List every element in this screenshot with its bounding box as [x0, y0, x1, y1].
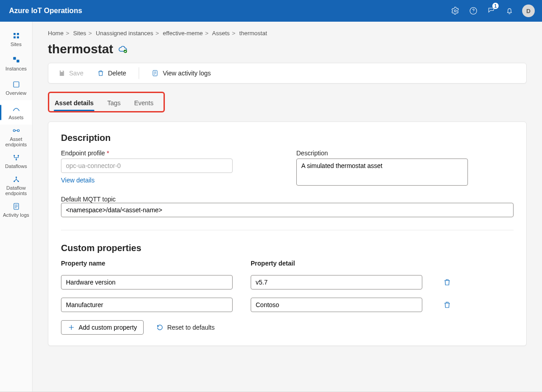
tabs-highlight-box: Asset details Tags Events: [48, 92, 165, 112]
property-name-input[interactable]: [61, 298, 233, 312]
nav-activity-logs[interactable]: Activity logs: [0, 198, 32, 222]
nav-dataflow-endpoints[interactable]: Dataflow endpoints: [0, 173, 32, 198]
trash-icon: [97, 70, 104, 77]
property-detail-input[interactable]: [251, 298, 422, 312]
svg-point-8: [14, 155, 15, 156]
crumb-sites[interactable]: Sites: [73, 30, 86, 37]
reset-to-defaults-button[interactable]: Reset to defaults: [154, 323, 217, 331]
nav-asset-endpoints[interactable]: Asset endpoints: [0, 125, 32, 149]
reset-icon: [156, 324, 164, 331]
add-custom-property-button[interactable]: Add custom property: [61, 320, 144, 335]
svg-point-2: [473, 12, 474, 13]
endpoint-profile-input: [61, 159, 233, 173]
property-detail-header: Property detail: [251, 260, 422, 267]
crumb-unassigned[interactable]: Unassigned instances: [96, 30, 153, 37]
nav-overview[interactable]: Overview: [0, 76, 32, 100]
crumb-assets[interactable]: Assets: [212, 30, 230, 37]
description-label: Description: [296, 149, 514, 157]
save-button: Save: [57, 67, 84, 79]
left-nav: Sites Instances Overview Assets Asset en…: [0, 22, 33, 392]
tab-asset-details[interactable]: Asset details: [54, 97, 94, 111]
nav-sites[interactable]: Sites: [0, 27, 32, 51]
feedback-badge: 1: [492, 3, 499, 9]
tab-tags[interactable]: Tags: [106, 97, 121, 111]
plus-icon: [68, 324, 75, 331]
notifications-icon[interactable]: [500, 0, 519, 22]
nav-dataflows[interactable]: Dataflows: [0, 149, 32, 173]
cloud-synced-icon: [118, 44, 128, 54]
help-icon[interactable]: [464, 0, 482, 22]
mqtt-topic-input[interactable]: [61, 203, 514, 217]
svg-rect-5: [14, 82, 19, 87]
property-detail-input[interactable]: [251, 275, 422, 289]
section-custom-properties: Custom properties: [61, 243, 514, 253]
delete-button[interactable]: Delete: [96, 67, 127, 79]
svg-point-9: [18, 155, 19, 156]
user-avatar[interactable]: D: [522, 5, 535, 17]
svg-point-7: [17, 130, 19, 132]
svg-rect-3: [13, 57, 16, 60]
view-activity-logs-button[interactable]: View activity logs: [151, 67, 211, 79]
details-card: Description Endpoint profile View detail…: [48, 121, 527, 346]
svg-rect-4: [16, 60, 19, 62]
app-title: Azure IoT Operations: [9, 7, 82, 15]
svg-point-6: [13, 130, 15, 132]
breadcrumb: Home> Sites> Unassigned instances> effec…: [48, 30, 527, 37]
custom-properties-grid: Property name Property detail: [61, 260, 514, 312]
trash-icon: [443, 301, 451, 309]
property-name-input[interactable]: [61, 275, 233, 289]
activity-log-icon: [152, 70, 159, 77]
crumb-home[interactable]: Home: [48, 30, 64, 37]
page-title: thermostat: [48, 42, 527, 56]
endpoint-profile-label: Endpoint profile: [61, 149, 278, 157]
crumb-instance[interactable]: effective-meme: [163, 30, 203, 37]
svg-point-10: [15, 159, 17, 160]
save-icon: [58, 70, 65, 77]
nav-instances[interactable]: Instances: [0, 51, 32, 76]
crumb-current: thermostat: [239, 30, 267, 37]
svg-point-0: [454, 10, 457, 12]
svg-point-11: [15, 177, 17, 178]
top-header: Azure IoT Operations 1 D: [0, 0, 542, 22]
tab-events[interactable]: Events: [133, 97, 154, 111]
nav-assets[interactable]: Assets: [0, 100, 32, 125]
description-input[interactable]: [296, 159, 468, 186]
delete-property-button[interactable]: [440, 298, 454, 312]
property-name-header: Property name: [61, 260, 233, 267]
feedback-icon[interactable]: 1: [482, 0, 500, 22]
delete-property-button[interactable]: [440, 275, 454, 289]
view-details-link[interactable]: View details: [61, 177, 278, 184]
trash-icon: [443, 278, 451, 286]
toolbar: Save Delete View activity logs: [48, 63, 527, 84]
settings-icon[interactable]: [446, 0, 464, 22]
section-description: Description: [61, 133, 514, 143]
main-content: Home> Sites> Unassigned instances> effec…: [33, 22, 542, 392]
mqtt-topic-label: Default MQTT topic: [61, 196, 116, 203]
